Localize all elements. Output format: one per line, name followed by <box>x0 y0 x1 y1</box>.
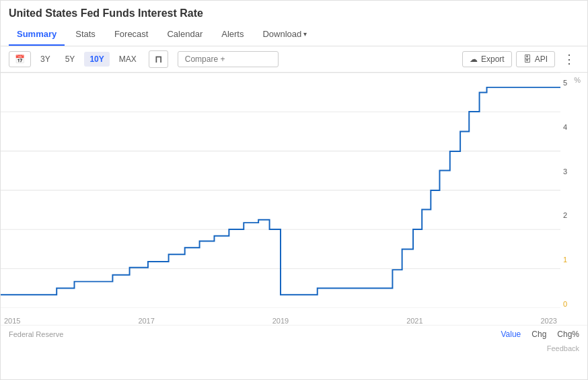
period-max-button[interactable]: MAX <box>114 52 142 67</box>
chgpct-link[interactable]: Chg% <box>557 330 579 339</box>
chart-svg <box>1 73 560 308</box>
period-3y-button[interactable]: 3Y <box>35 52 56 67</box>
x-tick-2023: 2023 <box>541 317 557 325</box>
calendar-icon: 📅 <box>15 54 25 64</box>
more-button[interactable]: ⋮ <box>559 52 579 67</box>
export-button[interactable]: ☁ Export <box>462 51 512 67</box>
x-tick-2021: 2021 <box>406 317 422 325</box>
y-tick-5: 5 <box>563 79 567 87</box>
tab-forecast[interactable]: Forecast <box>106 24 157 46</box>
footer-links: Value Chg Chg% <box>501 330 579 339</box>
footer-bar: Federal Reserve Value Chg Chg% <box>1 325 587 343</box>
y-tick-4: 4 <box>563 124 567 131</box>
feedback-bar: Feedback <box>1 343 587 355</box>
api-icon: 🗄 <box>523 54 531 64</box>
y-axis: 5 4 3 2 1 0 <box>563 79 567 308</box>
y-tick-2: 2 <box>563 212 567 219</box>
period-10y-button[interactable]: 10Y <box>84 52 109 67</box>
compare-input[interactable] <box>178 51 279 67</box>
y-tick-0: 0 <box>563 301 567 308</box>
api-button[interactable]: 🗄 API <box>516 51 555 67</box>
nav-tabs: Summary Stats Forecast Calendar Alerts D… <box>1 24 587 46</box>
tab-download[interactable]: Download ▾ <box>254 24 315 46</box>
y-tick-3: 3 <box>563 168 567 176</box>
tab-calendar[interactable]: Calendar <box>159 24 211 46</box>
export-label: Export <box>481 54 505 64</box>
tab-alerts[interactable]: Alerts <box>213 24 252 46</box>
chart-area: % 2015 2017 2019 2021 2023 5 4 3 2 1 0 <box>1 73 587 325</box>
feedback-label[interactable]: Feedback <box>547 344 579 352</box>
y-axis-unit: % <box>574 76 581 84</box>
page-title: United States Fed Funds Interest Rate <box>1 1 587 24</box>
dropdown-chevron-icon: ▾ <box>303 30 307 38</box>
x-axis: 2015 2017 2019 2021 2023 <box>1 317 560 325</box>
source-label: Federal Reserve <box>9 330 63 338</box>
value-link[interactable]: Value <box>501 330 521 339</box>
tab-stats[interactable]: Stats <box>67 24 104 46</box>
x-tick-2019: 2019 <box>272 317 289 325</box>
y-tick-1: 1 <box>563 256 567 264</box>
period-5y-button[interactable]: 5Y <box>60 52 81 67</box>
calendar-button[interactable]: 📅 <box>9 51 31 67</box>
chart-type-icon: ⊓ <box>155 54 162 65</box>
chg-link[interactable]: Chg <box>531 330 546 339</box>
x-tick-2017: 2017 <box>138 317 154 325</box>
x-tick-2015: 2015 <box>4 317 20 325</box>
api-label: API <box>535 54 548 64</box>
tab-summary[interactable]: Summary <box>9 24 65 46</box>
chart-type-button[interactable]: ⊓ <box>149 50 168 68</box>
toolbar: 📅 3Y 5Y 10Y MAX ⊓ ☁ Export 🗄 API ⋮ <box>1 46 587 73</box>
export-icon: ☁ <box>470 54 478 64</box>
